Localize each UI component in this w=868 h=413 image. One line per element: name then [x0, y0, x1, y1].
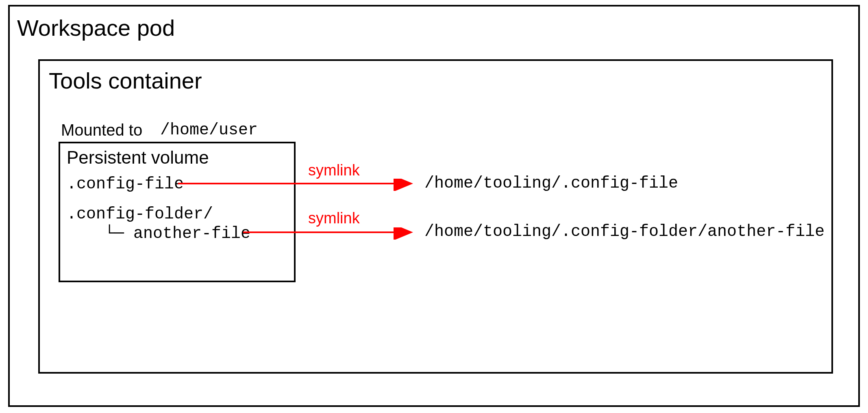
tools-container-box: Tools container Mounted to /home/user Pe…	[38, 59, 833, 374]
mounted-to-path: /home/user	[160, 121, 258, 139]
persistent-volume-title: Persistent volume	[67, 147, 209, 168]
symlink-label-1: symlink	[308, 162, 360, 179]
symlink-target-2: /home/tooling/.config-folder/another-fil…	[424, 223, 824, 241]
workspace-pod-box: Workspace pod Tools container Mounted to…	[8, 5, 860, 407]
tools-container-title: Tools container	[49, 67, 202, 94]
symlink-label-2: symlink	[308, 210, 360, 227]
tree-connector-icon: └─	[104, 225, 124, 243]
pv-another-file: another-file	[133, 225, 250, 243]
symlink-target-1: /home/tooling/.config-file	[424, 174, 678, 192]
pv-config-folder: .config-folder/	[67, 205, 213, 223]
persistent-volume-box: Persistent volume .config-file .config-f…	[59, 142, 296, 282]
mounted-to-label: Mounted to	[61, 121, 142, 139]
workspace-pod-title: Workspace pod	[17, 15, 175, 41]
pv-config-file: .config-file	[67, 175, 184, 193]
